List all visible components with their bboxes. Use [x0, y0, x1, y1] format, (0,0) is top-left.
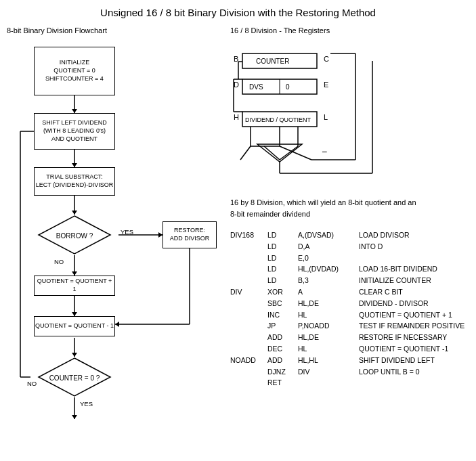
asm-mnemonic: RET — [267, 377, 298, 389]
svg-text:DVS: DVS — [249, 83, 263, 91]
asm-comment: LOAD 16-BIT DIVIDEND — [359, 263, 476, 275]
asm-operand: DIV — [298, 366, 359, 378]
svg-text:D: D — [234, 81, 239, 89]
asm-comment — [359, 253, 476, 264]
svg-text:COUNTER = 0 ?: COUNTER = 0 ? — [49, 374, 100, 382]
asm-mnemonic: XOR — [267, 286, 298, 298]
fc-borrow-diamond: BORROW ? — [37, 215, 112, 255]
asm-mnemonic: ADD — [267, 332, 298, 343]
asm-mnemonic: SBC — [267, 298, 298, 309]
svg-marker-22 — [72, 415, 77, 419]
fc-counter-yes-label: YES — [80, 400, 93, 408]
asm-row: INC HL QUOTIENT = QUOTIENT + 1 — [230, 309, 476, 321]
fc-restore-box: RESTORE: ADD DIVISOR — [163, 221, 217, 248]
svg-text:−: − — [322, 146, 327, 157]
asm-row: DIV168 LD A,(DVSAD) LOAD DIVISOR — [230, 229, 476, 241]
asm-label: DIV168 — [230, 229, 267, 241]
asm-operand: A,(DVSAD) — [298, 229, 359, 241]
asm-row: DEC HL QUOTIENT = QUOTIENT -1 — [230, 343, 476, 355]
asm-operand: E,0 — [298, 253, 359, 264]
fc-counter-diamond: COUNTER = 0 ? — [37, 357, 112, 397]
svg-text:0: 0 — [286, 83, 290, 91]
svg-line-62 — [355, 53, 372, 61]
asm-mnemonic: LD — [267, 229, 298, 241]
asm-operand: D,A — [298, 241, 359, 253]
fc-no-label: NO — [54, 258, 64, 265]
asm-comment — [359, 377, 476, 389]
asm-row: NOADD ADD HL,HL SHIFT DIVIDEND LEFT — [230, 355, 476, 366]
svg-text:H: H — [234, 113, 239, 121]
asm-label — [230, 377, 267, 389]
asm-comment: QUOTIENT = QUOTIENT + 1 — [359, 309, 476, 321]
asm-comment: SHIFT DIVIDEND LEFT — [359, 355, 476, 366]
right-section-label: 16 / 8 Division - The Registers — [230, 26, 476, 35]
asm-label — [230, 298, 267, 309]
asm-label — [230, 343, 267, 355]
asm-comment: INITIALIZE COUNTER — [359, 275, 476, 286]
asm-mnemonic: LD — [267, 253, 298, 264]
svg-text:B: B — [234, 55, 238, 63]
asm-label — [230, 241, 267, 253]
description-text: 16 by 8 Division, which will yield an 8-… — [230, 197, 420, 219]
asm-label — [230, 253, 267, 264]
asm-mnemonic: JP — [267, 320, 298, 332]
asm-row: LD B,3 INITIALIZE COUNTER — [230, 275, 476, 286]
asm-operand: HL — [298, 343, 359, 355]
asm-label: DIV — [230, 286, 267, 298]
asm-operand — [298, 377, 359, 389]
asm-mnemonic: LD — [267, 263, 298, 275]
asm-operand: HL,HL — [298, 355, 359, 366]
asm-operand: B,3 — [298, 275, 359, 286]
asm-operand: HL,DE — [298, 332, 359, 343]
asm-label — [230, 332, 267, 343]
asm-mnemonic: LD — [267, 241, 298, 253]
asm-comment: CLEAR C BIT — [359, 286, 476, 298]
fc-quotient-plus-box: QUOTIENT = QUOTIENT + 1 — [34, 276, 115, 296]
svg-text:L: L — [324, 113, 328, 121]
fc-shift-box: SHIFT LEFT DIVIDEND (WITH 8 LEADING 0's)… — [34, 113, 115, 150]
asm-label — [230, 275, 267, 286]
svg-text:BORROW ?: BORROW ? — [56, 232, 93, 240]
register-diagram: B COUNTER C D DVS 0 E H DIVIDEND / QUOTI… — [230, 41, 447, 190]
asm-label: NOADD — [230, 355, 267, 366]
asm-operand: HL,DE — [298, 298, 359, 309]
asm-mnemonic: LD — [267, 275, 298, 286]
svg-line-55 — [264, 146, 280, 160]
svg-marker-14 — [115, 322, 119, 327]
asm-label — [230, 366, 267, 378]
fc-quotient-minus-box: QUOTIENT = QUOTIENT - 1 — [34, 316, 115, 336]
asm-comment: LOOP UNTIL B = 0 — [359, 366, 476, 378]
asm-comment: TEST IF REMAINDER POSITIVE — [359, 320, 476, 332]
asm-row: DJNZ DIV LOOP UNTIL B = 0 — [230, 366, 476, 378]
asm-operand: HL,(DVDAD) — [298, 263, 359, 275]
fc-counter-no-label: NO — [27, 380, 37, 387]
asm-row: ADD HL,DE RESTORE IF NECESSARY — [230, 332, 476, 343]
asm-comment: INTO D — [359, 241, 476, 253]
asm-mnemonic: DJNZ — [267, 366, 298, 378]
asm-mnemonic: DEC — [267, 343, 298, 355]
asm-row: JP P,NOADD TEST IF REMAINDER POSITIVE — [230, 320, 476, 332]
asm-row: DIV XOR A CLEAR C BIT — [230, 286, 476, 298]
fc-yes-label: YES — [121, 228, 133, 236]
asm-operand: A — [298, 286, 359, 298]
left-section-label: 8-bit Binary Division Flowchart — [7, 26, 223, 35]
asm-comment: DIVIDEND - DIVISOR — [359, 298, 476, 309]
asm-comment: RESTORE IF NECESSARY — [359, 332, 476, 343]
asm-row: LD E,0 — [230, 253, 476, 264]
svg-text:C: C — [324, 55, 329, 63]
asm-mnemonic: INC — [267, 309, 298, 321]
svg-text:E: E — [324, 81, 328, 89]
svg-line-53 — [240, 146, 251, 160]
fc-initialize-box: INITIALIZE QUOTIENT = 0 SHIFTCOUNTER = 4 — [34, 47, 115, 95]
assembly-table: DIV168 LD A,(DVSAD) LOAD DIVISOR LD D,A … — [230, 229, 476, 389]
asm-label — [230, 320, 267, 332]
asm-comment: LOAD DIVISOR — [359, 229, 476, 241]
asm-comment: QUOTIENT = QUOTIENT -1 — [359, 343, 476, 355]
svg-text:DIVIDEND / QUOTIENT: DIVIDEND / QUOTIENT — [245, 116, 311, 123]
svg-text:COUNTER: COUNTER — [256, 58, 289, 65]
asm-operand: P,NOADD — [298, 320, 359, 332]
fc-trial-box: TRIAL SUBSTRACT: LECT (DIVIDEND)-DIVISOR — [34, 167, 115, 196]
flowchart: INITIALIZE QUOTIENT = 0 SHIFTCOUNTER = 4… — [7, 40, 223, 439]
asm-operand: HL — [298, 309, 359, 321]
asm-row: LD HL,(DVDAD) LOAD 16-BIT DIVIDEND — [230, 263, 476, 275]
